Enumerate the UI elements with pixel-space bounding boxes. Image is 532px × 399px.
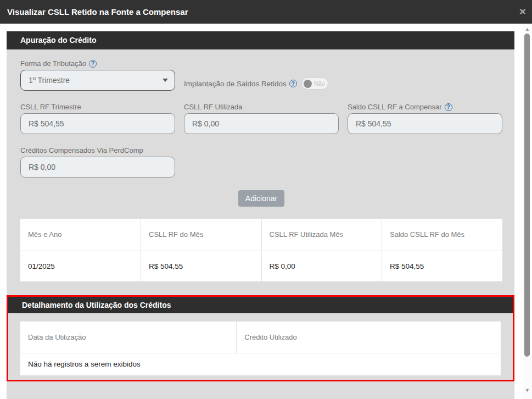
- field-creditos-perdcomp: Créditos Compensados Via PerdComp R$ 0,0…: [20, 146, 175, 178]
- field-csll-rf-trimestre: CSLL RF Trimestre R$ 504,55: [20, 103, 175, 134]
- help-icon[interactable]: ?: [445, 103, 452, 111]
- column-header: Crédito Utilizado: [237, 322, 501, 353]
- help-icon[interactable]: ?: [289, 80, 297, 87]
- detalhamento-table: Data da Utilização Crédito Utilizado Não…: [20, 322, 501, 375]
- toggle-knob-icon: [304, 80, 312, 88]
- modal-header: Visualizar CSLL Retido na Fonte a Compen…: [0, 0, 532, 24]
- implantacao-label: Implantação de Saldos Retidos: [184, 80, 287, 88]
- saldo-csll-value: R$ 504,55: [356, 119, 391, 128]
- scrollbar[interactable]: ▲ ▼: [523, 24, 532, 399]
- cell-csll-rf-mes: R$ 504,55: [141, 251, 262, 281]
- empty-row: Não há registros a serem exibidos: [20, 353, 501, 375]
- detalhamento-area: Data da Utilização Crédito Utilizado Não…: [8, 313, 513, 380]
- table-header-row: Data da Utilização Crédito Utilizado: [20, 322, 501, 353]
- csll-rf-utilizada-value: R$ 0,00: [192, 119, 219, 128]
- saldo-csll-label: Saldo CSLL RF a Compensar: [348, 103, 442, 111]
- column-header: Mês e Ano: [20, 219, 141, 251]
- creditos-perdcomp-label: Créditos Compensados Via PerdComp: [20, 146, 143, 154]
- csll-rf-trimestre-value: R$ 504,55: [29, 119, 64, 128]
- csll-rf-trimestre-input[interactable]: R$ 504,55: [20, 113, 175, 134]
- cell-mes-ano: 01/2025: [20, 251, 141, 281]
- column-header: CSLL RF Utilizada Mês: [261, 219, 382, 251]
- field-implantacao: Implantação de Saldos Retidos ? Não: [184, 77, 328, 90]
- table-header-row: Mês e Ano CSLL RF do Mês CSLL RF Utiliza…: [20, 219, 502, 251]
- scroll-down-icon[interactable]: ▼: [523, 387, 532, 394]
- csll-rf-trimestre-label: CSLL RF Trimestre: [20, 103, 81, 111]
- saldo-csll-input[interactable]: R$ 504,55: [348, 113, 502, 134]
- content-container: Apuração do Crédito Forma de Tributação …: [7, 31, 514, 399]
- help-icon[interactable]: ?: [89, 60, 97, 68]
- close-icon[interactable]: ×: [519, 5, 526, 17]
- cell-csll-rf-utilizada-mes: R$ 0,00: [261, 251, 382, 281]
- field-saldo-csll: Saldo CSLL RF a Compensar ? R$ 504,55: [348, 103, 502, 134]
- modal-title: Visualizar CSLL Retido na Fonte a Compen…: [0, 7, 188, 16]
- modal-body: Apuração do Crédito Forma de Tributação …: [0, 24, 523, 399]
- scroll-up-icon[interactable]: ▲: [523, 26, 532, 32]
- chevron-down-icon: [163, 79, 168, 82]
- forma-tributacao-label: Forma de Tributação: [20, 59, 86, 68]
- implantacao-toggle[interactable]: Não: [301, 77, 328, 90]
- creditos-perdcomp-input[interactable]: R$ 0,00: [20, 157, 175, 178]
- section-header-detalhamento: Detalhamento da Utilização dos Créditos: [8, 297, 513, 313]
- field-csll-rf-utilizada: CSLL RF Utilizada R$ 0,00: [184, 103, 339, 134]
- forma-tributacao-value: 1º Trimestre: [29, 76, 70, 85]
- scrollbar-thumb[interactable]: [524, 34, 530, 357]
- add-button[interactable]: Adicionar: [238, 190, 284, 207]
- detalhamento-section: Detalhamento da Utilização dos Créditos …: [7, 295, 514, 381]
- cell-saldo-csll-rf-mes: R$ 504,55: [382, 251, 503, 281]
- column-header: Data da Utilização: [20, 322, 237, 353]
- empty-message: Não há registros a serem exibidos: [20, 353, 501, 375]
- column-header: CSLL RF do Mês: [141, 219, 262, 251]
- column-header: Saldo CSLL RF do Mês: [382, 219, 503, 251]
- csll-rf-utilizada-input[interactable]: R$ 0,00: [184, 113, 339, 134]
- creditos-perdcomp-value: R$ 0,00: [29, 163, 55, 171]
- forma-tributacao-select[interactable]: 1º Trimestre: [20, 70, 175, 91]
- section-header-apuracao: Apuração do Crédito: [7, 31, 514, 49]
- field-forma-tributacao: Forma de Tributação ? 1º Trimestre: [20, 59, 175, 91]
- toggle-state-label: Não: [314, 80, 325, 87]
- table-row[interactable]: 01/2025 R$ 504,55 R$ 0,00 R$ 504,55: [20, 251, 502, 281]
- csll-rf-utilizada-label: CSLL RF Utilizada: [184, 103, 242, 111]
- apuracao-table: Mês e Ano CSLL RF do Mês CSLL RF Utiliza…: [20, 219, 502, 281]
- apuracao-form: Forma de Tributação ? 1º Trimestre Impla…: [7, 49, 514, 395]
